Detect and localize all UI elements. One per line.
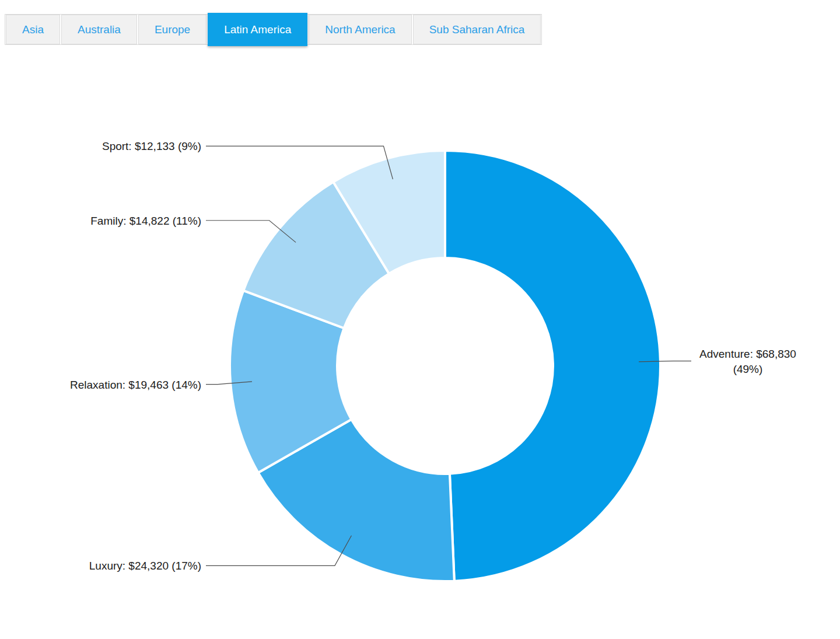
slice-label-adventure: Adventure: $68,830(49%) xyxy=(699,348,796,375)
slice-label-relaxation: Relaxation: $19,463 (14%) xyxy=(70,379,201,391)
slice-label-family: Family: $14,822 (11%) xyxy=(90,215,201,227)
tab-latin-america[interactable]: Latin America xyxy=(208,13,307,46)
slice-label-sport: Sport: $12,133 (9%) xyxy=(102,140,201,152)
donut-chart: Adventure: $68,830(49%)Luxury: $24,320 (… xyxy=(0,0,840,639)
slice-label-luxury: Luxury: $24,320 (17%) xyxy=(89,560,201,572)
donut-slice-adventure[interactable] xyxy=(445,151,660,581)
